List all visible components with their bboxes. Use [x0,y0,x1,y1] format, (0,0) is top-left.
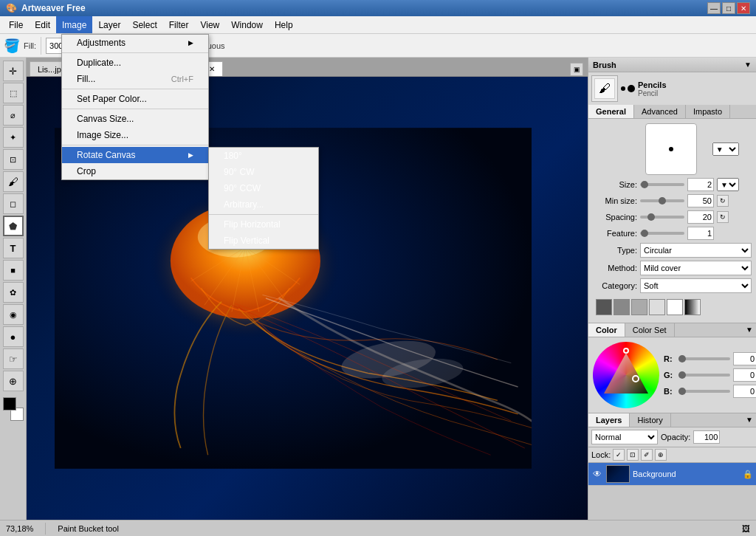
color-wheel-container[interactable] [593,342,659,408]
size-value-input[interactable] [687,178,714,191]
fill-tool[interactable]: ⬟ [3,216,24,236]
lock-all-btn[interactable]: ✐ [641,449,653,461]
brush-type-row: Type: Circular [593,243,752,258]
spacing-value-input[interactable] [687,210,714,224]
color-panel-collapse[interactable]: ▼ [743,323,756,337]
feature-value-input[interactable] [687,227,714,240]
g-value-input[interactable] [733,368,756,382]
fg-color-swatch[interactable] [3,397,16,410]
menu-file[interactable]: File [3,16,29,33]
r-value-input[interactable] [733,352,756,365]
category-select[interactable]: Soft [640,278,752,293]
brush-tab-impasto[interactable]: Impasto [686,105,730,118]
feature-slider[interactable] [640,232,684,235]
brush-circle-preview [645,123,697,175]
menu-filter[interactable]: Filter [163,16,195,33]
menu-image[interactable]: Image [56,16,92,33]
close-button[interactable]: ✕ [737,2,750,14]
rotate-90cw[interactable]: 90° CW [209,164,318,180]
brush-shape-dropdown[interactable]: ▼ [712,142,739,156]
blend-mode-select[interactable]: Normal Multiply Screen [591,430,658,444]
eraser-tool[interactable]: ◻ [3,193,24,214]
magic-wand-tool[interactable]: ✦ [3,127,24,148]
color-wheel[interactable] [593,342,659,408]
menu-edit[interactable]: Edit [29,16,56,33]
lasso-tool[interactable]: ⌀ [3,105,24,126]
rotate-arbitrary[interactable]: Arbitrary... [209,196,318,213]
brush-swatch-gradient[interactable] [684,299,701,315]
layers-panel-collapse[interactable]: ▼ [743,413,756,427]
tab-close-button[interactable]: ✕ [209,65,215,73]
lock-pixel-btn[interactable]: ✓ [613,449,625,461]
brush-swatch-4[interactable] [667,299,683,315]
menu-item-duplicate[interactable]: Duplicate... [62,55,208,71]
brush-dot-small[interactable] [621,86,625,91]
brush-panel-collapse[interactable]: ▼ [744,61,752,69]
layers-tab-history[interactable]: History [630,413,670,427]
r-slider[interactable] [678,357,730,360]
opacity-input[interactable] [693,430,720,444]
zoom-level: 73,18% [6,524,33,533]
brush-subcategory: Pencil [638,89,667,97]
b-slider[interactable] [678,390,730,393]
brush-tab-general[interactable]: General [588,105,634,118]
brush-tool[interactable]: 🖌 [3,171,24,192]
text-tool[interactable]: T [3,238,24,258]
menu-item-set-paper[interactable]: Set Paper Color... [62,91,208,107]
brush-swatch-1[interactable] [614,299,630,315]
opacity-label: Opacity: [661,433,690,441]
rotate-90ccw[interactable]: 90° CCW [209,180,318,196]
size-unit-select[interactable]: ▼ [717,178,739,191]
g-slider[interactable] [678,374,730,377]
type-select[interactable]: Circular [640,243,752,258]
brush-swatch-2[interactable] [631,299,647,315]
layer-lock-icon[interactable]: 🔒 [743,470,753,479]
move-tool[interactable]: ✛ [3,61,24,81]
menu-item-crop[interactable]: Crop [62,163,208,179]
brush-tab-advanced[interactable]: Advanced [634,105,686,118]
maximize-button[interactable]: □ [722,2,735,14]
rotate-180[interactable]: 180° [209,148,318,164]
menu-item-canvas-size[interactable]: Canvas Size... [62,111,208,127]
lock-extra-btn[interactable]: ⊕ [655,449,667,461]
blur-tool[interactable]: ◉ [3,304,24,325]
menu-item-adjustments[interactable]: Adjustments [62,35,208,51]
panel-float-button[interactable]: ▣ [570,63,583,76]
menu-window[interactable]: Window [225,16,269,33]
menu-item-fill[interactable]: Fill... Ctrl+F [62,71,208,87]
lock-pos-btn[interactable]: ⊡ [627,449,639,461]
minsize-value-input[interactable] [687,194,714,207]
hand-tool[interactable]: ☞ [3,348,24,369]
flip-vertical[interactable]: Flip Vertical [209,233,318,249]
shape-tool[interactable]: ■ [3,260,24,281]
color-tab-colorset[interactable]: Color Set [625,323,675,337]
layer-background[interactable]: 👁 Background 🔒 [588,463,756,486]
layers-tab-layers[interactable]: Layers [588,413,630,427]
b-value-input[interactable] [733,385,756,398]
menu-item-image-size[interactable]: Image Size... [62,127,208,143]
status-sep [45,523,46,535]
method-select[interactable]: Mild cover [640,261,752,275]
minimize-button[interactable]: — [707,2,721,14]
menu-help[interactable]: Help [269,16,299,33]
brush-dot-large[interactable] [628,85,635,92]
layer-visibility-toggle[interactable]: 👁 [591,468,603,480]
stamp-tool[interactable]: ✿ [3,282,24,303]
image-size-label: Image Size... [77,130,128,140]
menu-select[interactable]: Select [126,16,162,33]
minsize-slider[interactable] [640,199,684,202]
brush-panel: Brush ▼ 🖌 Pencils Pencil Gen [588,58,756,323]
spacing-slider[interactable] [640,216,684,219]
color-tab-color[interactable]: Color [588,323,625,337]
size-slider[interactable] [640,183,684,186]
dodge-tool[interactable]: ● [3,326,24,347]
crop-tool[interactable]: ⊡ [3,149,24,170]
zoom-tool[interactable]: ⊕ [3,371,24,391]
menu-layer[interactable]: Layer [92,16,126,33]
brush-swatch-0[interactable] [596,299,612,315]
brush-swatch-3[interactable] [649,299,665,315]
menu-view[interactable]: View [194,16,225,33]
flip-horizontal[interactable]: Flip Horizontal [209,216,318,233]
menu-item-rotate[interactable]: Rotate Canvas 180° 90° CW 90° CCW Arbitr… [62,147,208,163]
select-rect-tool[interactable]: ⬚ [3,83,24,103]
